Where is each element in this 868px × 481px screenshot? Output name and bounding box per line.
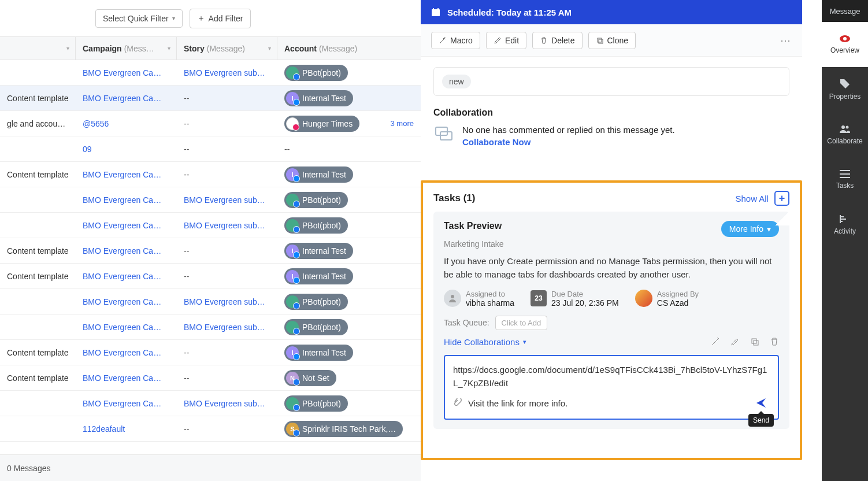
user-icon — [444, 290, 461, 307]
account-chip[interactable]: PBot(pbot) — [284, 217, 348, 234]
table-row[interactable]: BMO Evergreen Ca…BMO Evergreen sub…PBot(… — [0, 289, 421, 314]
table-row[interactable]: Content templateBMO Evergreen Ca…--NNot … — [0, 365, 421, 391]
table-row[interactable]: BMO Evergreen Ca…BMO Evergreen sub…PBot(… — [0, 391, 421, 416]
table-row[interactable]: BMO Evergreen Ca…BMO Evergreen sub…PBot(… — [0, 60, 421, 86]
campaign-link[interactable]: BMO Evergreen Ca… — [83, 399, 161, 408]
tags-box: new — [433, 67, 789, 96]
svg-point-7 — [451, 295, 454, 298]
table-row[interactable]: BMO Evergreen Ca…BMO Evergreen sub…PBot(… — [0, 314, 421, 340]
account-chip[interactable]: PBot(pbot) — [284, 294, 348, 310]
story-link[interactable]: BMO Evergreen sub… — [184, 195, 265, 205]
add-filter-label: Add Filter — [209, 14, 243, 23]
account-chip[interactable]: IInternal Test — [284, 345, 353, 361]
due-date-value: 23 Jul 20, 2:36 PM — [551, 298, 619, 308]
account-chip[interactable]: SSprinklr IRIS Tech Park,… — [284, 421, 403, 437]
account-chip[interactable]: IInternal Test — [284, 90, 353, 106]
story-link[interactable]: BMO Evergreen sub… — [184, 221, 265, 230]
chat-bubbles-icon — [433, 124, 454, 145]
svg-rect-14 — [840, 170, 850, 171]
rail-overview[interactable]: Overview — [822, 22, 868, 67]
story-link[interactable]: BMO Evergreen sub… — [184, 399, 265, 408]
rail-properties[interactable]: Properties — [822, 67, 868, 112]
edit-button[interactable]: Edit — [486, 32, 526, 49]
add-filter-button[interactable]: ＋ Add Filter — [190, 9, 251, 28]
campaign-link[interactable]: BMO Evergreen Ca… — [83, 68, 161, 77]
campaign-link[interactable]: 112deafault — [83, 424, 125, 434]
rail-tasks[interactable]: Tasks — [822, 157, 868, 202]
campaign-link[interactable]: BMO Evergreen Ca… — [83, 297, 161, 306]
more-accounts-link[interactable]: 3 more — [391, 119, 414, 128]
clone-button[interactable]: Clone — [588, 32, 636, 49]
quick-filter-label: Select Quick Filter — [103, 14, 169, 23]
col-template[interactable]: ▾ — [0, 37, 76, 60]
macro-button[interactable]: Macro — [431, 32, 480, 49]
campaign-link[interactable]: BMO Evergreen Ca… — [83, 246, 161, 256]
campaign-link[interactable]: BMO Evergreen Ca… — [83, 373, 161, 383]
svg-point-12 — [841, 125, 845, 129]
task-queue-label: Task Queue: — [444, 318, 489, 327]
col-campaign[interactable]: Campaign (Mess… ▾ — [76, 37, 177, 60]
campaign-link[interactable]: BMO Evergreen Ca… — [83, 195, 161, 205]
delete-button[interactable]: Delete — [532, 32, 582, 49]
avatar — [635, 290, 652, 307]
table-row[interactable]: BMO Evergreen Ca…BMO Evergreen sub…PBot(… — [0, 187, 421, 213]
account-chip[interactable]: PBot(pbot) — [284, 395, 348, 412]
account-chip[interactable]: IInternal Test — [284, 166, 353, 183]
story-link[interactable]: BMO Evergreen sub… — [184, 323, 265, 332]
table-row[interactable]: Content templateBMO Evergreen Ca…--IInte… — [0, 340, 421, 365]
account-chip[interactable]: IInternal Test — [284, 268, 353, 284]
campaign-link[interactable]: BMO Evergreen Ca… — [83, 221, 161, 230]
pencil-icon[interactable] — [730, 337, 740, 346]
rail-activity[interactable]: Activity — [822, 202, 868, 247]
compose-box[interactable]: https://docs.google.com/document/d/1eS9q… — [444, 355, 779, 420]
table-row[interactable]: gle and account gr…@5656--Hunger Times3 … — [0, 111, 421, 136]
copy-icon[interactable] — [750, 337, 759, 346]
table-row[interactable]: Content templateBMO Evergreen Ca…--IInte… — [0, 238, 421, 264]
eye-icon — [839, 35, 851, 43]
campaign-link[interactable]: BMO Evergreen Ca… — [83, 272, 161, 281]
task-queue-add-button[interactable]: Click to Add — [495, 316, 548, 330]
tag-chip[interactable]: new — [442, 75, 471, 88]
account-chip[interactable]: PBot(pbot) — [284, 65, 348, 81]
table-row[interactable]: BMO Evergreen Ca…BMO Evergreen sub…PBot(… — [0, 213, 421, 238]
campaign-link[interactable]: BMO Evergreen Ca… — [83, 94, 161, 103]
show-all-link[interactable]: Show All — [735, 194, 769, 204]
status-bar: 0 Messages — [0, 454, 421, 481]
rail-collaborate[interactable]: Collaborate — [822, 112, 868, 157]
send-button[interactable]: Send — [752, 394, 770, 412]
account-chip[interactable]: Hunger Times — [284, 116, 359, 132]
account-chip[interactable]: NNot Set — [284, 370, 336, 386]
table-row[interactable]: Content templateBMO Evergreen Ca…--IInte… — [0, 86, 421, 111]
account-chip[interactable]: PBot(pbot) — [284, 319, 348, 335]
table-row[interactable]: Content templateBMO Evergreen Ca…--IInte… — [0, 162, 421, 187]
campaign-link[interactable]: BMO Evergreen Ca… — [83, 170, 161, 179]
campaign-link[interactable]: @5656 — [83, 119, 109, 128]
campaign-link[interactable]: 09 — [83, 145, 92, 154]
trash-icon[interactable] — [770, 337, 779, 346]
wand-icon — [439, 36, 447, 45]
col-account[interactable]: Account (Message) — [277, 37, 421, 60]
more-info-button[interactable]: More Info ▾ — [721, 221, 779, 237]
story-link[interactable]: BMO Evergreen sub… — [184, 68, 265, 77]
col-story[interactable]: Story (Message) ▾ — [177, 37, 277, 60]
account-chip[interactable]: IInternal Test — [284, 243, 353, 259]
wand-icon[interactable] — [711, 337, 720, 346]
svg-rect-16 — [840, 177, 850, 178]
table-row[interactable]: 112deafault--SSprinklr IRIS Tech Park,… — [0, 416, 421, 442]
more-actions-button[interactable]: ⋯ — [780, 34, 792, 47]
account-chip[interactable]: PBot(pbot) — [284, 192, 348, 208]
add-task-button[interactable]: + — [774, 191, 789, 206]
collaborate-now-link[interactable]: Collaborate Now — [462, 137, 675, 147]
story-link[interactable]: BMO Evergreen sub… — [184, 297, 265, 306]
table-row[interactable]: 09---- — [0, 136, 421, 162]
chevron-down-icon: ▾ — [268, 45, 271, 51]
svg-rect-15 — [840, 173, 850, 175]
compose-url-text: https://docs.google.com/document/d/1eS9q… — [453, 363, 770, 390]
quick-filter-select[interactable]: Select Quick Filter ▾ — [95, 9, 183, 28]
campaign-link[interactable]: BMO Evergreen Ca… — [83, 323, 161, 332]
table-row[interactable]: Content templateBMO Evergreen Ca…--IInte… — [0, 264, 421, 289]
paperclip-icon[interactable] — [453, 398, 462, 408]
plus-icon: ＋ — [197, 13, 205, 24]
hide-collaborations-toggle[interactable]: Hide Collaborations — [444, 337, 520, 347]
campaign-link[interactable]: BMO Evergreen Ca… — [83, 348, 161, 357]
